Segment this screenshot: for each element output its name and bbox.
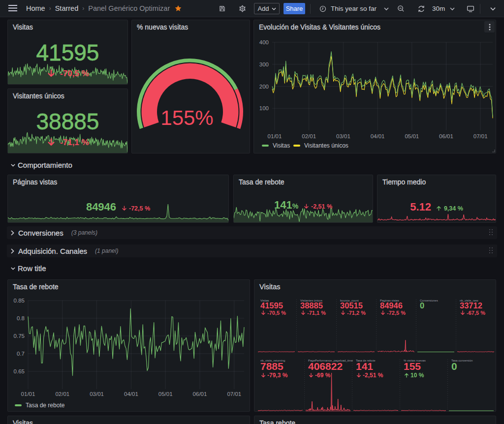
svg-text:05/01: 05/01 (158, 391, 173, 397)
svg-text:0.8: 0.8 (17, 315, 25, 321)
svg-text:300: 300 (259, 61, 269, 67)
svg-text:04/01: 04/01 (371, 133, 385, 139)
svg-text:06/01: 06/01 (193, 391, 207, 397)
svg-text:01/01: 01/01 (268, 133, 282, 139)
svg-text:02/01: 02/01 (55, 391, 69, 397)
svg-text:155%: 155% (160, 106, 213, 129)
svg-text:05/01: 05/01 (405, 133, 419, 139)
svg-text:03/01: 03/01 (90, 391, 104, 397)
svg-text:0.75: 0.75 (14, 333, 25, 339)
svg-text:04/01: 04/01 (124, 391, 138, 397)
svg-text:07/01: 07/01 (227, 391, 241, 397)
svg-text:100: 100 (259, 105, 269, 111)
svg-text:200: 200 (259, 84, 269, 90)
svg-text:02/01: 02/01 (302, 133, 316, 139)
svg-text:400: 400 (259, 39, 269, 45)
svg-text:01/01: 01/01 (21, 391, 35, 397)
svg-text:03/01: 03/01 (336, 133, 350, 139)
svg-text:07/01: 07/01 (473, 133, 488, 139)
svg-text:06/01: 06/01 (439, 133, 453, 139)
svg-text:0.85: 0.85 (14, 298, 25, 303)
svg-text:0.7: 0.7 (17, 351, 25, 357)
svg-text:0.65: 0.65 (14, 368, 25, 374)
